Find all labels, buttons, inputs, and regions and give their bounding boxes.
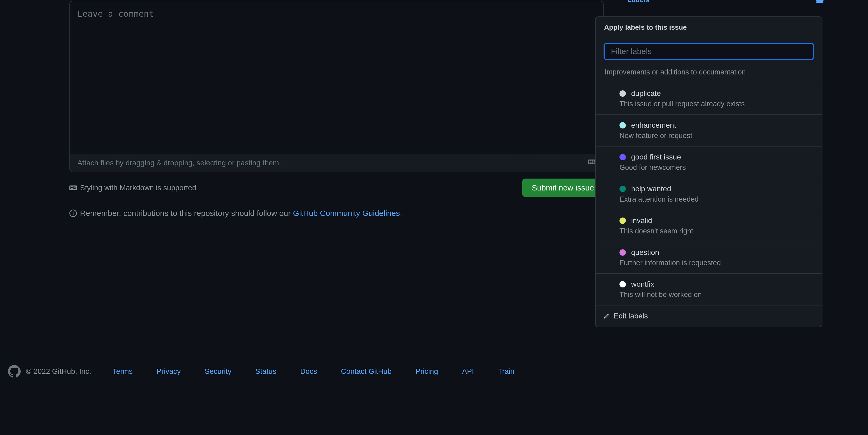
- labels-popup: Apply labels to this issue Improvements …: [595, 17, 823, 327]
- footer-link-privacy[interactable]: Privacy: [157, 367, 181, 376]
- footer-link-status[interactable]: Status: [255, 367, 276, 376]
- label-name: enhancement: [631, 121, 676, 129]
- label-item-good-first-issue[interactable]: good first issue Good for newcomers: [596, 146, 822, 178]
- label-swatch: [619, 90, 626, 97]
- label-name: invalid: [631, 216, 652, 225]
- info-icon: [69, 210, 77, 217]
- attach-hint: Attach files by dragging & dropping, sel…: [78, 159, 281, 167]
- label-name: question: [631, 248, 659, 257]
- label-desc: New feature or request: [619, 132, 814, 140]
- label-list: Improvements or additions to documentati…: [596, 65, 822, 305]
- label-swatch: [619, 122, 626, 128]
- edit-labels-button[interactable]: Edit labels: [596, 305, 822, 327]
- label-desc: This doesn't seem right: [619, 227, 814, 235]
- label-item-enhancement[interactable]: enhancement New feature or request: [596, 115, 822, 146]
- label-desc: Further information is requested: [619, 259, 814, 267]
- guidelines-link[interactable]: GitHub Community Guidelines: [293, 209, 400, 218]
- filter-labels-input[interactable]: [603, 43, 814, 60]
- label-desc: This will not be worked on: [619, 291, 814, 299]
- label-desc: Good for newcomers: [619, 163, 814, 172]
- label-swatch: [619, 249, 626, 256]
- label-name: duplicate: [631, 89, 661, 98]
- guidelines-prefix: Remember, contributions to this reposito…: [80, 209, 293, 218]
- label-item-invalid[interactable]: invalid This doesn't seem right: [596, 210, 822, 242]
- comment-box: Attach files by dragging & dropping, sel…: [69, 1, 603, 172]
- markdown-help[interactable]: Styling with Markdown is supported: [69, 184, 196, 192]
- label-name: good first issue: [631, 153, 681, 161]
- footer-link-contact[interactable]: Contact GitHub: [341, 367, 392, 376]
- label-item-help-wanted[interactable]: help wanted Extra attention is needed: [596, 178, 822, 210]
- copyright-text: © 2022 GitHub, Inc.: [26, 367, 91, 376]
- label-name: wontfix: [631, 280, 654, 288]
- label-desc: Improvements or additions to documentati…: [604, 68, 814, 76]
- footer-link-docs[interactable]: Docs: [300, 367, 317, 376]
- attach-files-bar[interactable]: Attach files by dragging & dropping, sel…: [70, 154, 603, 172]
- label-desc: This issue or pull request already exist…: [619, 100, 814, 108]
- label-desc: Extra attention is needed: [619, 195, 814, 204]
- label-item-documentation[interactable]: Improvements or additions to documentati…: [596, 65, 822, 83]
- markdown-help-text: Styling with Markdown is supported: [80, 184, 196, 192]
- label-name: help wanted: [631, 185, 671, 193]
- submit-new-issue-button[interactable]: Submit new issue: [522, 179, 603, 197]
- footer-link-pricing[interactable]: Pricing: [415, 367, 438, 376]
- label-item-duplicate[interactable]: duplicate This issue or pull request alr…: [596, 83, 822, 115]
- footer-link-security[interactable]: Security: [205, 367, 231, 376]
- footer-link-terms[interactable]: Terms: [112, 367, 132, 376]
- popup-title: Apply labels to this issue: [596, 17, 822, 38]
- label-item-wontfix[interactable]: wontfix This will not be worked on: [596, 273, 822, 305]
- labels-sidebar-header[interactable]: Labels: [627, 0, 824, 4]
- label-item-question[interactable]: question Further information is requeste…: [596, 242, 822, 273]
- markdown-icon[interactable]: [588, 158, 596, 167]
- label-swatch: [619, 281, 626, 287]
- footer-link-training[interactable]: Train: [498, 367, 515, 376]
- gear-icon[interactable]: [816, 0, 824, 4]
- labels-title: Labels: [627, 0, 649, 4]
- comment-textarea[interactable]: [70, 1, 603, 152]
- footer: © 2022 GitHub, Inc. Terms Privacy Securi…: [8, 365, 860, 378]
- label-swatch: [619, 154, 626, 160]
- pencil-icon: [603, 313, 610, 319]
- label-swatch: [619, 186, 626, 192]
- markdown-icon: [69, 184, 77, 191]
- label-swatch: [619, 218, 626, 224]
- footer-link-api[interactable]: API: [462, 367, 474, 376]
- github-logo-icon[interactable]: [8, 365, 21, 378]
- guidelines-suffix: .: [400, 209, 402, 218]
- contribution-guidelines: Remember, contributions to this reposito…: [69, 209, 603, 218]
- edit-labels-text: Edit labels: [614, 312, 648, 320]
